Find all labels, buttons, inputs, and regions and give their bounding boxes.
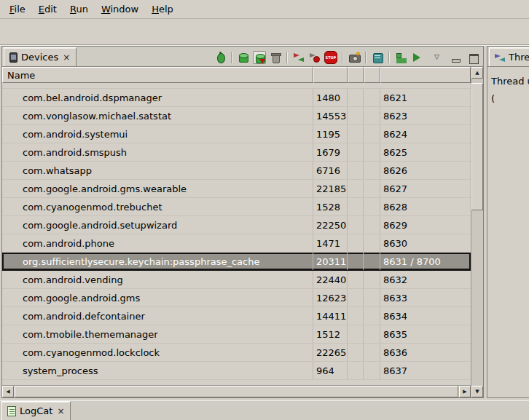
- process-port: 8633: [380, 289, 471, 306]
- table-row[interactable]: com.android.vending224408632: [2, 271, 471, 289]
- cell-extra2: [364, 253, 380, 270]
- minimize-icon[interactable]: [450, 51, 463, 64]
- start-opengl-trace-icon[interactable]: [410, 51, 423, 64]
- process-port: 8625: [380, 143, 471, 161]
- process-name: com.whatsapp: [2, 162, 313, 179]
- table-row[interactable]: com.android.phone14718630: [2, 234, 471, 253]
- menu-help[interactable]: Help: [145, 1, 180, 17]
- cell-extra1: [348, 289, 364, 306]
- maximize-icon[interactable]: [467, 51, 480, 64]
- vertical-scroll-thumb[interactable]: [471, 83, 483, 210]
- start-method-profiling-icon[interactable]: [308, 51, 321, 64]
- cell-extra2: [364, 125, 380, 143]
- process-pid: 6716: [313, 162, 348, 179]
- cell-extra1: [348, 325, 364, 343]
- process-name: com.cyanogenmod.trebuchet: [2, 198, 313, 215]
- table-row[interactable]: com.vonglasow.michael.satstat145538623: [2, 107, 471, 125]
- table-row[interactable]: com.whatsapp67168626: [2, 162, 471, 180]
- cell-extra2: [364, 198, 380, 215]
- threads-message-line1: Thread up: [491, 73, 528, 90]
- process-pid: 1195: [313, 125, 348, 143]
- devices-icon: [9, 52, 17, 63]
- cell-extra2: [364, 216, 380, 234]
- app-window: { "menu": { "items": ["File", "Edit", "R…: [0, 0, 529, 420]
- process-pid: 12623: [313, 289, 348, 306]
- view-menu-icon[interactable]: [432, 51, 445, 64]
- table-row[interactable]: com.android.defcontainer144118634: [2, 307, 471, 325]
- process-name: system_process: [2, 362, 313, 379]
- cell-extra1: [348, 198, 364, 215]
- table-row[interactable]: com.google.android.setupwizard222508629: [2, 216, 471, 234]
- table-header: Name: [2, 67, 471, 83]
- horizontal-scroll-thumb[interactable]: [15, 386, 458, 397]
- cell-extra2: [364, 89, 380, 106]
- scroll-right-button[interactable]: [459, 386, 471, 397]
- table-row[interactable]: system_process9648637: [2, 362, 471, 380]
- tab-logcat[interactable]: LogCat: [1, 401, 71, 420]
- cell-extra1: [348, 180, 364, 197]
- table-row[interactable]: com.tmobile.thememanager15128635: [2, 325, 471, 344]
- column-header-extra2[interactable]: [364, 67, 380, 83]
- process-name: com.bel.android.dspmanager: [2, 89, 313, 106]
- table-row[interactable]: com.bel.android.dspmanager14808621: [2, 89, 471, 107]
- close-icon[interactable]: [56, 407, 65, 416]
- tab-threads-label: Threa: [509, 52, 529, 63]
- logcat-bar: LogCat: [0, 400, 529, 420]
- dump-hprof-icon[interactable]: [253, 51, 266, 64]
- column-header-pid[interactable]: [313, 67, 348, 83]
- scroll-left-button[interactable]: [2, 386, 14, 397]
- partial-row: [2, 83, 471, 89]
- update-threads-icon[interactable]: [292, 51, 305, 64]
- table-row[interactable]: org.sufficientlysecure.keychain:passphra…: [2, 253, 471, 271]
- column-header-name[interactable]: Name: [2, 67, 313, 83]
- process-port: 8634: [380, 307, 471, 325]
- window-controls: [432, 51, 480, 64]
- process-port: 8623: [380, 107, 471, 124]
- menu-window[interactable]: Window: [95, 1, 145, 17]
- cell-extra2: [364, 271, 380, 288]
- cell-extra1: [348, 143, 364, 161]
- column-header-port[interactable]: [380, 67, 471, 83]
- table-row[interactable]: com.android.smspush16798625: [2, 143, 471, 162]
- debug-process-icon[interactable]: [213, 51, 227, 64]
- cell-extra2: [364, 180, 380, 197]
- table-row[interactable]: com.google.android.gms.wearable221858627: [2, 180, 471, 198]
- table-row[interactable]: com.cyanogenmod.lockclock222658636: [2, 344, 471, 362]
- tab-threads[interactable]: Threa: [489, 47, 529, 66]
- screen-capture-icon[interactable]: [348, 51, 361, 64]
- table-row[interactable]: com.cyanogenmod.trebuchet15288628: [2, 198, 471, 216]
- table-row[interactable]: com.google.android.gms126238633: [2, 289, 471, 307]
- menu-edit[interactable]: Edit: [32, 1, 63, 17]
- update-heap-icon[interactable]: [237, 51, 250, 64]
- devices-tabbar: Devices STOP: [2, 47, 483, 67]
- tab-devices[interactable]: Devices: [4, 47, 77, 66]
- toolbar-separator: [342, 52, 343, 63]
- threads-message-line2: (: [491, 90, 528, 108]
- cell-extra2: [364, 307, 380, 325]
- scroll-down-button[interactable]: [471, 386, 483, 397]
- devices-toolbar: STOP: [213, 49, 480, 66]
- threads-tabbar: Threa: [487, 47, 529, 67]
- process-port: 8631 / 8700: [380, 253, 471, 270]
- stop-process-icon[interactable]: STOP: [324, 51, 337, 64]
- column-header-extra1[interactable]: [348, 67, 364, 83]
- process-pid: 14411: [313, 307, 348, 325]
- logcat-icon: [7, 406, 16, 416]
- table-row[interactable]: com.android.systemui11958624: [2, 125, 471, 143]
- horizontal-scrollbar[interactable]: [2, 385, 471, 397]
- menu-run[interactable]: Run: [63, 1, 95, 17]
- threads-icon: [495, 52, 505, 63]
- cell-extra2: [364, 325, 380, 343]
- hierarchy-view-icon[interactable]: [394, 51, 407, 64]
- menu-file[interactable]: File: [3, 1, 32, 17]
- close-icon[interactable]: [62, 53, 71, 62]
- cause-gc-icon[interactable]: [269, 51, 282, 64]
- toolbar-separator: [286, 52, 288, 63]
- capture-systrace-icon[interactable]: [371, 51, 384, 64]
- vertical-scrollbar[interactable]: [471, 67, 483, 397]
- toolbar-separator: [388, 52, 390, 63]
- process-port: 8635: [380, 325, 471, 343]
- process-pid: 22265: [313, 344, 348, 361]
- scroll-up-button[interactable]: [471, 67, 483, 79]
- process-pid: 1512: [313, 325, 348, 343]
